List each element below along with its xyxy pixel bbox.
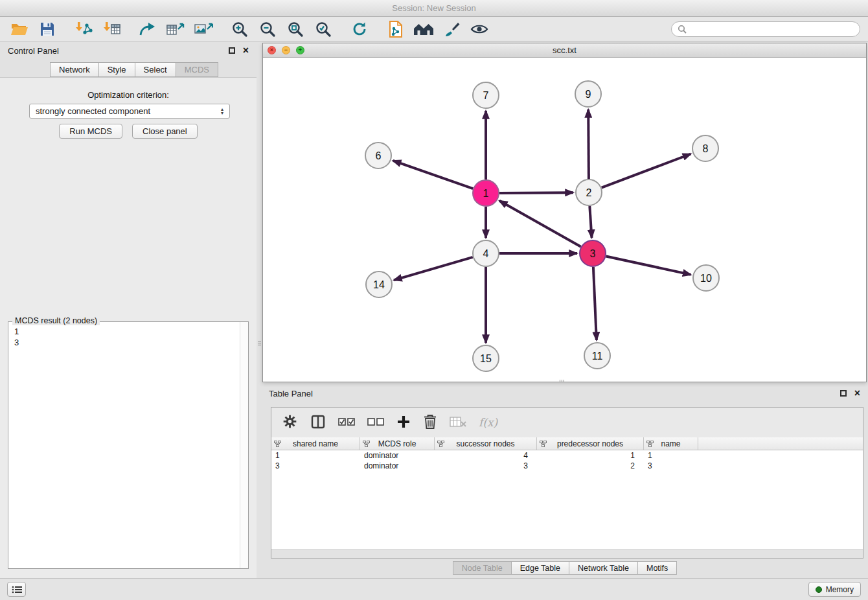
dropdown-stepper-icon: ▴▾ <box>218 108 227 115</box>
graph-edge-3-10[interactable] <box>606 257 691 275</box>
graph-edge-2-3[interactable] <box>589 206 591 238</box>
table-footer-strip <box>271 549 863 558</box>
graph-edge-2-8[interactable] <box>602 154 691 188</box>
traffic-lights: × − + <box>268 46 304 54</box>
table-row[interactable]: 1dominator411 <box>271 450 863 461</box>
graph-node-label: 2 <box>586 187 592 198</box>
table-cell: 1 <box>537 450 644 461</box>
window-splitter-handle[interactable] <box>557 379 566 383</box>
create-column-button[interactable] <box>396 415 411 431</box>
save-session-button[interactable] <box>33 19 61 40</box>
network-window-titlebar[interactable]: × − + scc.txt <box>263 43 866 58</box>
run-mcds-button[interactable]: Run MCDS <box>59 124 122 139</box>
export-image-button[interactable] <box>189 19 217 40</box>
import-network-from-file-button[interactable] <box>69 19 97 40</box>
minimize-window-icon[interactable]: − <box>282 46 290 54</box>
table-tab-motifs[interactable]: Motifs <box>637 561 677 575</box>
network-view-window: × − + scc.txt 7968124314101511 <box>262 43 867 382</box>
memory-button[interactable]: Memory <box>808 582 861 597</box>
export-network-button[interactable] <box>133 19 161 40</box>
mcds-tab-content: Optimization criterion: strongly connect… <box>0 77 257 578</box>
control-tab-select[interactable]: Select <box>135 62 176 77</box>
unselect-all-columns-button[interactable] <box>367 417 384 429</box>
table-row[interactable]: 3dominator323 <box>271 461 863 471</box>
close-panel-button[interactable]: Close panel <box>132 124 198 139</box>
zoom-out-icon <box>259 21 276 38</box>
panel-splitter-handle[interactable] <box>257 337 262 349</box>
network-file-button[interactable] <box>382 19 409 40</box>
window-titlebar: Session: New Session <box>0 0 868 17</box>
column-header-predecessor-nodes[interactable]: predecessor nodes <box>537 437 644 450</box>
graph-edge-4-14[interactable] <box>394 257 473 280</box>
graph-edge-3-1[interactable] <box>499 201 581 247</box>
graph-edge-1-2[interactable] <box>499 192 573 193</box>
toolbar-separator <box>217 17 225 41</box>
mcds-buttons-row: Run MCDS Close panel <box>0 124 257 139</box>
list-icon <box>12 586 22 594</box>
search-box[interactable] <box>671 21 860 37</box>
show-columns-button[interactable] <box>310 414 326 432</box>
close-panel-icon[interactable]: × <box>243 45 249 56</box>
table-settings-button[interactable] <box>282 413 298 432</box>
table-panel-header: Table Panel × <box>262 386 867 400</box>
graph-edge-1-6[interactable] <box>393 161 474 189</box>
select-all-columns-button[interactable] <box>338 417 355 429</box>
unselect-all-icon <box>367 417 384 427</box>
result-scrollbar[interactable] <box>240 322 248 568</box>
table-tab-network-table[interactable]: Network Table <box>569 561 638 575</box>
apply-style-button[interactable] <box>437 19 465 40</box>
export-network-icon <box>139 21 157 38</box>
criterion-dropdown[interactable]: strongly connected component ▴▾ <box>29 104 230 119</box>
eye-icon <box>470 23 488 36</box>
refresh-layout-button[interactable] <box>345 19 373 40</box>
graph-node-label: 9 <box>586 89 591 100</box>
import-table-from-file-button[interactable] <box>97 19 125 40</box>
zoom-selected-icon <box>315 21 332 38</box>
network-canvas[interactable]: 7968124314101511 <box>263 58 866 382</box>
mcds-result-box: MCDS result (2 nodes) 13 <box>8 321 249 569</box>
style-brush-icon <box>443 21 460 38</box>
memory-status-icon <box>816 586 822 593</box>
column-header-name[interactable]: name <box>644 437 698 450</box>
table-cell: 3 <box>271 461 360 471</box>
open-session-button[interactable] <box>5 19 33 40</box>
zoom-out-button[interactable] <box>253 19 281 40</box>
table-cell: dominator <box>360 450 435 461</box>
column-header-shared-name[interactable]: shared name <box>271 437 360 450</box>
close-panel-icon[interactable]: × <box>854 388 860 398</box>
show-hide-graphics-button[interactable] <box>465 19 493 40</box>
control-tab-mcds[interactable]: MCDS <box>176 62 218 77</box>
home-views-button[interactable] <box>409 19 437 40</box>
search-input[interactable] <box>691 25 854 34</box>
table-cell: 4 <box>435 450 537 461</box>
table-tab-edge-table[interactable]: Edge Table <box>511 561 569 575</box>
network-graph[interactable]: 7968124314101511 <box>263 58 866 382</box>
zoom-window-icon[interactable]: + <box>296 46 304 54</box>
graph-edge-2-9[interactable] <box>588 110 589 179</box>
graph-node-label: 3 <box>590 248 596 259</box>
close-window-icon[interactable]: × <box>268 46 276 54</box>
column-type-icon <box>540 441 547 447</box>
control-panel-header: Control Panel × <box>0 41 257 60</box>
column-header-successor-nodes[interactable]: successor nodes <box>435 437 537 450</box>
mcds-result-list: 13 <box>8 324 239 568</box>
zoom-in-icon <box>231 21 248 38</box>
control-tab-network[interactable]: Network <box>50 62 98 77</box>
zoom-selected-button[interactable] <box>309 19 337 40</box>
graph-edge-3-11[interactable] <box>593 267 597 340</box>
column-type-icon <box>437 441 444 447</box>
float-panel-icon[interactable] <box>840 390 847 397</box>
column-header-MCDS-role[interactable]: MCDS role <box>360 437 435 450</box>
column-header-label: successor nodes <box>456 439 514 448</box>
export-table-button[interactable] <box>161 19 189 40</box>
refresh-icon <box>351 21 368 38</box>
zoom-in-button[interactable] <box>225 19 253 40</box>
main-toolbar <box>0 17 868 41</box>
delete-column-button[interactable] <box>423 414 437 432</box>
float-panel-icon[interactable] <box>229 47 235 54</box>
task-history-button[interactable] <box>7 582 26 597</box>
zoom-fit-button[interactable] <box>281 19 309 40</box>
control-tab-style[interactable]: Style <box>98 62 135 77</box>
table-tab-node-table[interactable]: Node Table <box>453 561 512 575</box>
column-type-icon <box>274 441 281 447</box>
